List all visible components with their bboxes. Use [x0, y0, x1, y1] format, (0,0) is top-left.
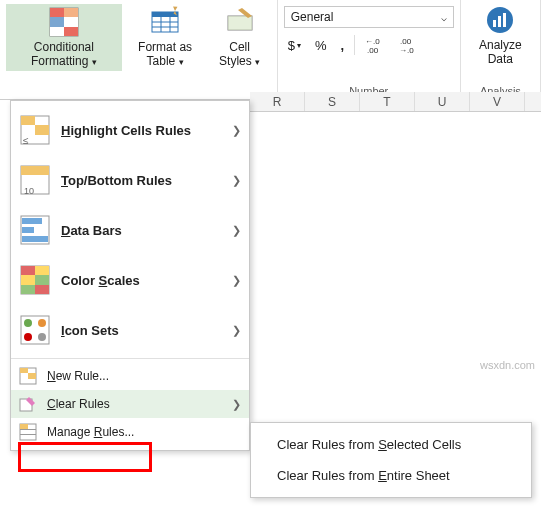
chevron-right-icon: ❯ — [232, 274, 241, 287]
increase-decimal-button[interactable]: ←.0.00 — [361, 34, 389, 56]
analysis-group: Analyze Data Analysis — [461, 0, 541, 99]
svg-point-46 — [38, 333, 46, 341]
number-format-value: General — [291, 10, 334, 24]
svg-rect-21 — [498, 16, 501, 27]
color-scales-icon — [19, 264, 51, 296]
analyze-data-button[interactable]: Analyze Data — [467, 2, 534, 69]
svg-rect-52 — [20, 424, 28, 429]
svg-rect-53 — [20, 429, 36, 430]
format-as-table-icon — [149, 6, 181, 38]
chevron-down-icon: ⌵ — [441, 12, 447, 23]
svg-text:.00: .00 — [367, 46, 379, 54]
chevron-right-icon: ❯ — [232, 324, 241, 337]
col-header[interactable]: T — [360, 92, 415, 111]
menu-new-rule[interactable]: New Rule... — [11, 362, 249, 390]
svg-point-45 — [24, 333, 32, 341]
menu-top-bottom[interactable]: 10 Top/Bottom Rules ❯ — [11, 155, 249, 205]
svg-rect-54 — [20, 434, 36, 435]
menu-item-label: Data Bars — [61, 223, 232, 238]
menu-item-label: Highlight Cells Rules — [61, 123, 232, 138]
svg-rect-39 — [35, 275, 49, 285]
chevron-right-icon: ❯ — [232, 224, 241, 237]
svg-text:→.0: →.0 — [399, 46, 414, 54]
col-header[interactable]: R — [250, 92, 305, 111]
chevron-right-icon: ❯ — [232, 398, 241, 411]
menu-icon-sets[interactable]: Icon Sets ❯ — [11, 305, 249, 355]
ribbon: Conditional Formatting ▾ Format as Table… — [0, 0, 541, 100]
chevron-right-icon: ❯ — [232, 124, 241, 137]
svg-rect-48 — [20, 368, 28, 373]
clear-rules-submenu: Clear Rules from Selected Cells Clear Ru… — [250, 422, 532, 498]
svg-rect-14 — [228, 16, 252, 30]
menu-data-bars[interactable]: Data Bars ❯ — [11, 205, 249, 255]
conditional-formatting-menu: ≤ Highlight Cells Rules ❯ 10 Top/Bottom … — [10, 100, 250, 451]
submenu-clear-selected[interactable]: Clear Rules from Selected Cells — [251, 429, 531, 460]
col-header[interactable]: S — [305, 92, 360, 111]
menu-item-label: Clear Rules — [47, 397, 232, 411]
svg-rect-1 — [50, 8, 64, 17]
svg-rect-5 — [50, 27, 64, 36]
submenu-clear-sheet[interactable]: Clear Rules from Entire Sheet — [251, 460, 531, 491]
data-bars-icon — [19, 214, 51, 246]
decrease-decimal-button[interactable]: .00→.0 — [395, 34, 423, 56]
svg-rect-28 — [21, 166, 35, 175]
cell-styles-button[interactable]: Cell Styles ▾ — [208, 4, 270, 71]
highlight-cells-icon: ≤ — [19, 114, 51, 146]
col-header[interactable]: V — [470, 92, 525, 111]
menu-item-label: Manage Rules... — [47, 425, 241, 439]
analyze-data-icon — [484, 4, 516, 36]
menu-item-label: Icon Sets — [61, 323, 232, 338]
conditional-formatting-label: Conditional Formatting — [31, 40, 94, 68]
column-headers: R S T U V — [250, 92, 541, 112]
svg-rect-33 — [22, 227, 34, 233]
top-bottom-icon: 10 — [19, 164, 51, 196]
new-rule-icon — [19, 367, 37, 385]
conditional-formatting-button[interactable]: Conditional Formatting ▾ — [6, 4, 122, 71]
menu-color-scales[interactable]: Color Scales ❯ — [11, 255, 249, 305]
menu-manage-rules[interactable]: Manage Rules... — [11, 418, 249, 446]
percent-button[interactable]: % — [311, 36, 331, 55]
svg-rect-37 — [35, 266, 49, 275]
decrease-decimal-icon: .00→.0 — [399, 36, 419, 54]
svg-rect-32 — [22, 218, 42, 224]
styles-group: Conditional Formatting ▾ Format as Table… — [0, 0, 278, 99]
manage-rules-icon — [19, 423, 37, 441]
menu-divider — [11, 358, 249, 359]
svg-rect-49 — [28, 373, 36, 379]
svg-rect-25 — [35, 125, 49, 135]
svg-text:.00: .00 — [400, 37, 412, 46]
svg-rect-40 — [21, 285, 35, 294]
clear-rules-icon — [19, 395, 37, 413]
svg-text:←.0: ←.0 — [365, 37, 380, 46]
icon-sets-icon — [19, 314, 51, 346]
format-as-table-button[interactable]: Format as Table ▾ — [122, 4, 209, 71]
conditional-formatting-icon — [48, 6, 80, 38]
chevron-right-icon: ❯ — [232, 174, 241, 187]
svg-rect-22 — [503, 13, 506, 27]
svg-rect-36 — [21, 266, 35, 275]
comma-button[interactable]: , — [337, 36, 349, 55]
svg-rect-2 — [64, 8, 78, 17]
menu-item-label: New Rule... — [47, 369, 241, 383]
number-format-select[interactable]: General ⌵ — [284, 6, 454, 28]
menu-clear-rules[interactable]: Clear Rules ❯ — [11, 390, 249, 418]
analyze-data-label: Analyze Data — [471, 38, 530, 67]
svg-point-43 — [24, 319, 32, 327]
svg-rect-24 — [21, 116, 35, 125]
format-as-table-label: Format as Table — [138, 40, 192, 68]
col-header[interactable]: U — [415, 92, 470, 111]
svg-rect-6 — [64, 27, 78, 36]
menu-item-label: Top/Bottom Rules — [61, 173, 232, 188]
watermark: wsxdn.com — [480, 359, 535, 371]
cell-styles-label: Cell Styles — [219, 40, 252, 68]
number-group: General ⌵ $ ▾ % , ←.0.00 .00→.0 Number — [278, 0, 461, 99]
menu-highlight-cells[interactable]: ≤ Highlight Cells Rules ❯ — [11, 105, 249, 155]
currency-button[interactable]: $ ▾ — [284, 36, 305, 55]
increase-decimal-icon: ←.0.00 — [365, 36, 385, 54]
svg-rect-4 — [64, 17, 78, 27]
svg-rect-41 — [35, 285, 49, 294]
separator — [354, 35, 355, 55]
svg-rect-29 — [35, 166, 49, 175]
svg-rect-34 — [22, 236, 48, 242]
svg-point-44 — [38, 319, 46, 327]
